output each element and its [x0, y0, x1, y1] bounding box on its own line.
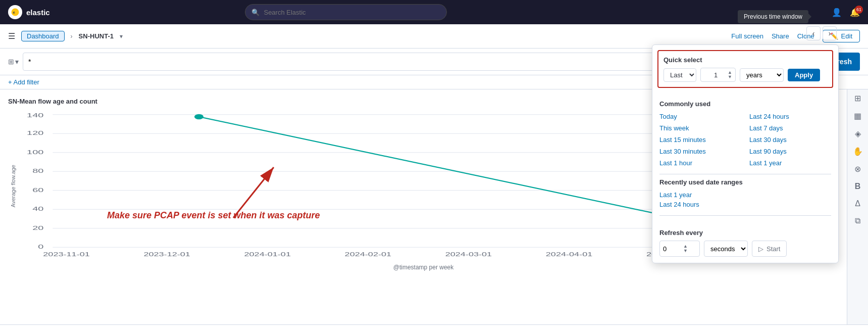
- svg-text:80: 80: [32, 168, 43, 174]
- commonly-used-grid: Today Last 24 hours This week Last 7 day…: [659, 112, 831, 168]
- prev-time-button[interactable]: ‹: [806, 26, 821, 40]
- divider-1: [659, 174, 831, 174]
- recently-used-section: Recently used date ranges Last 1 year La…: [659, 178, 831, 209]
- svg-text:2024-01-01: 2024-01-01: [244, 252, 291, 258]
- bar-chart-icon[interactable]: ▦: [854, 111, 861, 121]
- breadcrumb-separator: ›: [71, 33, 73, 40]
- search-icon: 🔍: [251, 9, 260, 16]
- refresh-every-title: Refresh every: [659, 229, 831, 237]
- bottom-section: ≡ SN-Application protocol: [0, 324, 868, 329]
- time-link-last-1y[interactable]: Last 1 year: [749, 158, 831, 168]
- number-decrement[interactable]: ▼: [728, 75, 732, 79]
- apply-button[interactable]: Apply: [788, 69, 820, 81]
- popup-body: Commonly used Today Last 24 hours This w…: [652, 93, 838, 225]
- time-popup-panel: Quick select Last Next 1 ▲ ▼ seconds min…: [652, 44, 839, 263]
- svg-text:2024-04-01: 2024-04-01: [546, 252, 593, 258]
- time-link-last-90d[interactable]: Last 90 days: [749, 147, 831, 156]
- popup-nav-row: ‹ ›: [652, 26, 839, 40]
- brand-name: elastic: [26, 8, 50, 17]
- time-link-last-24h[interactable]: Last 24 hours: [749, 112, 831, 121]
- query-input-wrap[interactable]: [23, 53, 709, 71]
- svg-text:60: 60: [32, 186, 43, 193]
- period-select[interactable]: Last Next: [663, 68, 696, 82]
- hand-icon[interactable]: ✋: [853, 147, 863, 156]
- add-filter-button[interactable]: + Add filter: [8, 78, 39, 86]
- cube-icon[interactable]: ◈: [855, 129, 861, 138]
- quick-select-title: Quick select: [663, 56, 827, 64]
- svg-text:40: 40: [32, 206, 43, 212]
- recent-last-24h[interactable]: Last 24 hours: [659, 200, 831, 209]
- search-bar[interactable]: 🔍: [245, 4, 447, 20]
- elastic-logo-icon: e: [8, 5, 22, 19]
- svg-text:2023-11-01: 2023-11-01: [43, 252, 90, 258]
- top-navigation: e elastic 🔍 👤 🔔 61: [0, 0, 868, 24]
- query-input[interactable]: [28, 58, 703, 66]
- refresh-unit-select[interactable]: seconds minutes hours: [704, 241, 748, 257]
- right-sidebar: ⊞ ▦ ◈ ✋ ⊗ B Δ ⧉: [847, 89, 868, 324]
- refresh-decrement[interactable]: ▼: [683, 249, 688, 253]
- grid-icon[interactable]: ⊞: [854, 93, 861, 103]
- svg-text:20: 20: [32, 224, 43, 231]
- chevron-down-icon: ▾: [15, 58, 19, 66]
- time-link-last-30m[interactable]: Last 30 minutes: [659, 147, 741, 156]
- alert-icon[interactable]: Δ: [855, 199, 860, 208]
- time-link-last-7d[interactable]: Last 7 days: [749, 123, 831, 133]
- y-axis-label: Average flow.age: [8, 165, 16, 207]
- svg-point-18: [194, 114, 203, 120]
- user-icon[interactable]: 👤: [832, 8, 842, 17]
- type-icon[interactable]: B: [855, 182, 861, 191]
- notification-icon[interactable]: 🔔 61: [850, 8, 860, 17]
- svg-text:0: 0: [38, 244, 43, 250]
- time-picker-popup: Previous time window ‹ › Quick select La…: [652, 26, 839, 263]
- layers-icon[interactable]: ⧉: [855, 216, 860, 225]
- annotation-text: Make sure PCAP event is set when it was …: [107, 210, 320, 221]
- time-link-last-30d[interactable]: Last 30 days: [749, 135, 831, 145]
- start-button[interactable]: ▷ Start: [752, 241, 787, 257]
- svg-text:2024-03-01: 2024-03-01: [445, 252, 492, 258]
- svg-text:100: 100: [27, 149, 43, 155]
- unit-select[interactable]: seconds minutes hours days weeks months …: [740, 68, 784, 82]
- hamburger-menu[interactable]: ☰: [8, 31, 15, 41]
- elastic-logo: e elastic: [8, 5, 50, 19]
- svg-text:140: 140: [27, 112, 43, 118]
- number-input-wrap: 1 ▲ ▼: [700, 68, 736, 82]
- refresh-number-input[interactable]: [663, 245, 683, 253]
- time-link-last-1h[interactable]: Last 1 hour: [659, 158, 741, 168]
- breadcrumb-current: SN-HUNT-1: [79, 32, 114, 40]
- search-input[interactable]: [264, 9, 440, 16]
- x-axis-label: @timestamp per week: [8, 264, 839, 271]
- time-link-today[interactable]: Today: [659, 112, 741, 121]
- quick-select-section: Quick select Last Next 1 ▲ ▼ seconds min…: [657, 50, 833, 88]
- refresh-number-wrap: ▲ ▼: [659, 241, 700, 257]
- play-icon: ▷: [758, 245, 763, 253]
- svg-text:2023-12-01: 2023-12-01: [143, 252, 190, 258]
- refresh-row: ▲ ▼ seconds minutes hours ▷ Start: [659, 241, 831, 257]
- breadcrumb-dashboard[interactable]: Dashboard: [21, 31, 65, 41]
- recently-used-title: Recently used date ranges: [659, 178, 831, 186]
- recent-last-1y[interactable]: Last 1 year: [659, 190, 831, 200]
- notification-badge: 61: [855, 6, 863, 14]
- svg-text:2024-02-01: 2024-02-01: [345, 252, 392, 258]
- divider-2: [659, 215, 831, 216]
- svg-text:e: e: [13, 10, 15, 15]
- refresh-every-section: Refresh every ▲ ▼ seconds minutes hours …: [652, 225, 838, 263]
- commonly-used-title: Commonly used: [659, 100, 831, 108]
- nav-icons: 👤 🔔 61: [832, 8, 860, 17]
- list-icon: ⊞: [8, 58, 14, 66]
- chart-title: SN-Mean flow age and count: [8, 98, 97, 105]
- svg-point-0: [12, 9, 19, 16]
- quick-select-row: Last Next 1 ▲ ▼ seconds minutes hours da…: [663, 68, 827, 82]
- query-type-toggle[interactable]: ⊞ ▾: [8, 58, 19, 66]
- time-link-last-15m[interactable]: Last 15 minutes: [659, 135, 741, 145]
- number-value: 1: [704, 71, 728, 79]
- time-link-this-week[interactable]: This week: [659, 123, 741, 133]
- svg-text:120: 120: [27, 130, 43, 136]
- breadcrumb-chevron-icon[interactable]: ▾: [120, 33, 123, 40]
- github-icon[interactable]: ⊗: [854, 164, 861, 174]
- next-time-button[interactable]: ›: [823, 26, 837, 40]
